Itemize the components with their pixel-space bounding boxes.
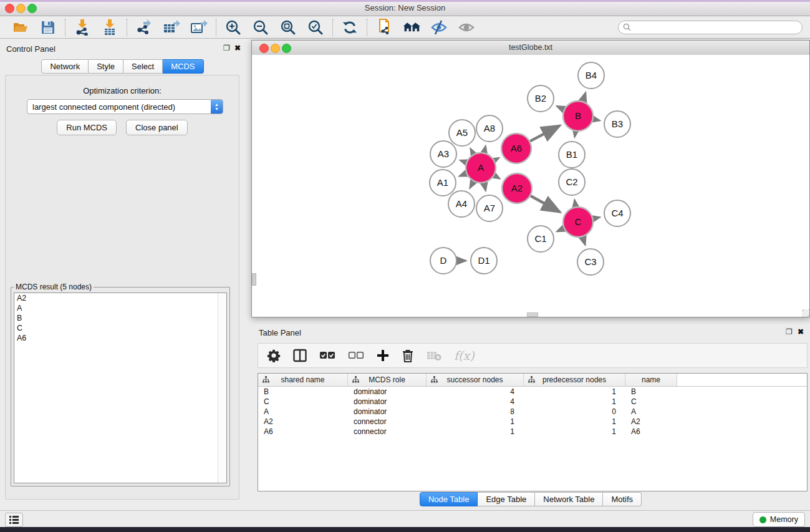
tab-style[interactable]: Style <box>89 59 123 74</box>
cell-successor-nodes[interactable]: 4 <box>427 397 524 406</box>
import-table-icon[interactable] <box>101 19 118 36</box>
cell-MCDS-role[interactable]: dominator <box>348 387 427 396</box>
zoom-fit-icon[interactable] <box>279 19 297 36</box>
edge-C-C3[interactable] <box>582 237 585 245</box>
cell-shared-name[interactable]: A2 <box>258 417 348 426</box>
task-history-button[interactable] <box>5 513 23 527</box>
float-panel-icon[interactable]: ❐ <box>223 44 230 52</box>
cell-shared-name[interactable]: A6 <box>258 427 348 436</box>
export-table-icon[interactable] <box>163 19 180 36</box>
search-input[interactable] <box>634 22 798 32</box>
home-icon[interactable] <box>403 19 420 36</box>
edge-C-C2[interactable] <box>574 200 576 206</box>
edge-C-C4[interactable] <box>593 217 600 218</box>
run-mcds-button[interactable]: Run MCDS <box>57 120 117 135</box>
tab-network[interactable]: Network <box>41 59 89 74</box>
column-layout-icon[interactable] <box>293 347 307 364</box>
node-A[interactable]: A <box>466 153 496 183</box>
node-A6[interactable]: A6 <box>501 133 531 163</box>
table-row[interactable]: A6connector11A6 <box>258 427 807 437</box>
edge-A6-B[interactable] <box>530 126 559 142</box>
result-item[interactable]: C <box>14 323 226 333</box>
tab-edge-table[interactable]: Edge Table <box>478 492 535 506</box>
cell-shared-name[interactable]: C <box>258 397 348 406</box>
cell-successor-nodes[interactable]: 1 <box>427 417 524 426</box>
zoom-selected-icon[interactable] <box>307 19 324 36</box>
open-session-icon[interactable] <box>12 19 29 36</box>
node-B3[interactable]: B3 <box>604 111 630 137</box>
cell-shared-name[interactable]: B <box>258 387 348 396</box>
node-D[interactable]: D <box>430 248 456 274</box>
node-C1[interactable]: C1 <box>528 226 554 252</box>
export-network-icon[interactable] <box>135 19 153 36</box>
memory-button[interactable]: Memory <box>753 512 805 527</box>
edge-A-A3[interactable] <box>460 160 466 163</box>
edge-B-B4[interactable] <box>583 92 586 101</box>
table-row[interactable]: Bdominator41B <box>258 387 807 397</box>
edge-C-C1[interactable] <box>557 228 564 231</box>
table-row[interactable]: Cdominator41C <box>258 397 807 407</box>
node-B4[interactable]: B4 <box>578 62 604 89</box>
result-item[interactable]: A <box>14 303 226 313</box>
cell-name[interactable]: B <box>625 387 677 396</box>
node-A3[interactable]: A3 <box>430 141 456 167</box>
node-C[interactable]: C <box>563 207 593 237</box>
cell-predecessor-nodes[interactable]: 1 <box>524 397 625 406</box>
result-scrollbar[interactable] <box>218 293 226 483</box>
vertical-scrollbar-thumb[interactable] <box>252 273 256 286</box>
node-B1[interactable]: B1 <box>559 142 585 168</box>
column-header-predecessor-nodes[interactable]: predecessor nodes <box>524 374 625 386</box>
edge-B-B1[interactable] <box>575 132 576 137</box>
cell-predecessor-nodes[interactable]: 1 <box>524 427 625 436</box>
save-session-icon[interactable] <box>39 19 57 36</box>
edge-A-A4[interactable] <box>470 181 473 188</box>
node-B2[interactable]: B2 <box>528 85 554 112</box>
add-column-icon[interactable] <box>377 347 389 364</box>
cell-successor-nodes[interactable]: 4 <box>427 387 524 396</box>
zoom-out-icon[interactable] <box>252 19 269 36</box>
edge-A-A1[interactable] <box>460 173 466 176</box>
node-C2[interactable]: C2 <box>559 169 585 195</box>
cell-name[interactable]: C <box>625 397 677 406</box>
table-row[interactable]: Adominator80A <box>258 407 807 417</box>
node-A8[interactable]: A8 <box>476 115 503 142</box>
tab-network-table[interactable]: Network Table <box>535 492 603 506</box>
cell-successor-nodes[interactable]: 1 <box>427 427 524 436</box>
tab-motifs[interactable]: Motifs <box>603 492 642 506</box>
tab-mcds[interactable]: MCDS <box>163 59 203 74</box>
result-item[interactable]: A2 <box>14 293 226 303</box>
edge-A2-C[interactable] <box>531 196 560 212</box>
edge-A-A2[interactable] <box>494 175 500 178</box>
network-graph[interactable]: B4B2BB3A8A5A6A3B1AA1C2A2A4A7C4CC1C3DD1 <box>252 55 809 317</box>
node-A7[interactable]: A7 <box>476 195 503 221</box>
close-panel-button[interactable]: Close panel <box>126 120 188 135</box>
node-C4[interactable]: C4 <box>604 200 630 226</box>
criterion-dropdown[interactable]: largest connected component (directed) ▲… <box>27 99 223 114</box>
close-panel-icon[interactable]: ✖ <box>234 44 241 52</box>
result-item[interactable]: A6 <box>14 333 226 343</box>
node-A4[interactable]: A4 <box>448 191 475 217</box>
export-image-icon[interactable] <box>190 19 208 36</box>
clone-network-icon[interactable] <box>375 19 393 36</box>
cell-successor-nodes[interactable]: 8 <box>427 407 524 416</box>
cell-predecessor-nodes[interactable]: 1 <box>524 387 625 396</box>
edge-A-A6[interactable] <box>494 158 499 160</box>
select-all-checkboxes-icon[interactable] <box>319 347 335 364</box>
edge-B-B3[interactable] <box>593 119 600 120</box>
cell-MCDS-role[interactable]: connector <box>348 427 427 436</box>
deselect-all-checkboxes-icon[interactable] <box>348 347 364 364</box>
float-table-panel-icon[interactable]: ❐ <box>786 327 793 336</box>
cell-MCDS-role[interactable]: dominator <box>348 407 427 416</box>
edge-A-A7[interactable] <box>484 183 486 191</box>
node-D1[interactable]: D1 <box>471 248 497 274</box>
edge-B-B2[interactable] <box>557 106 564 109</box>
cell-MCDS-role[interactable]: dominator <box>348 397 427 406</box>
cell-predecessor-nodes[interactable]: 0 <box>524 407 625 416</box>
cell-shared-name[interactable]: A <box>258 407 348 416</box>
cell-predecessor-nodes[interactable]: 1 <box>524 417 625 426</box>
node-C3[interactable]: C3 <box>577 249 604 275</box>
settings-gear-icon[interactable] <box>267 347 281 364</box>
table-row[interactable]: A2connector11A2 <box>258 417 807 427</box>
import-network-icon[interactable] <box>74 19 91 36</box>
cell-name[interactable]: A2 <box>625 417 677 426</box>
